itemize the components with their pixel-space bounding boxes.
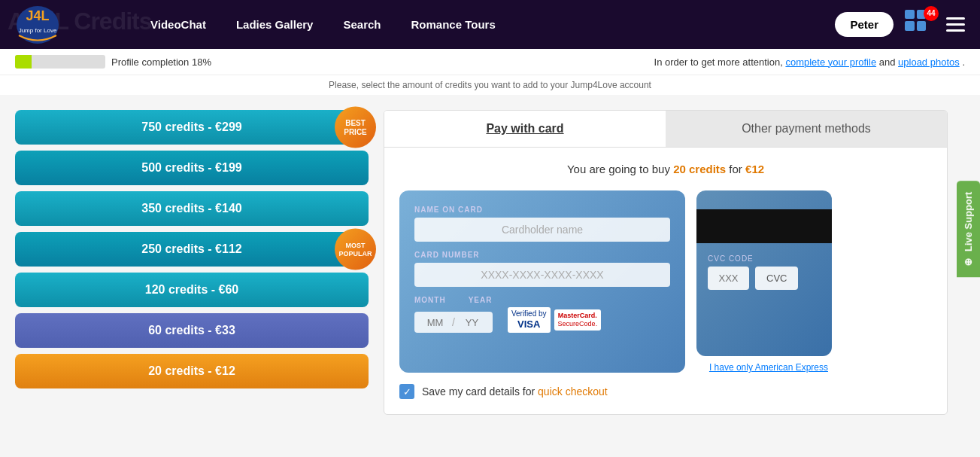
card-bottom-row: MONTH YEAR / Verified by [414,296,670,333]
purchase-for: for [729,163,742,175]
credits-list: 750 credits - €299 BESTPRICE 500 credits… [15,110,369,415]
card-form-area: NAME ON CARD CARD NUMBER MONTH YEAR [399,190,932,373]
purchase-prefix: You are going to buy [567,163,670,175]
progress-container: Profile completion 18% [15,55,211,69]
visa-verified-badge: Verified by VISA [508,307,551,333]
nav-romance-tours[interactable]: Romance Tours [411,18,496,31]
month-input[interactable] [422,317,448,328]
credit-item-5: 60 credits - €33 [15,313,369,348]
mc-text1: MasterCard. [558,312,598,320]
cvc-button: CVC [755,267,798,290]
main-nav: VideoChat Ladies Gallery Search Romance … [150,18,835,31]
card-back-area: CVC CODE CVC I have only American Expres… [696,190,832,373]
nav-search[interactable]: Search [343,18,381,31]
profile-message-text: In order to get more attention, [654,56,783,68]
credit-btn-20[interactable]: 20 credits - €12 [15,354,369,388]
cvc-label: CVC CODE [708,254,821,263]
cardholder-name-input[interactable] [414,218,670,242]
credit-item-6: 20 credits - €12 [15,354,369,388]
save-checkbox[interactable]: ✓ [399,384,414,399]
logo-area: A J4L Credits J4L Jump for Love [15,4,135,45]
svg-text:J4L: J4L [26,8,49,23]
credit-item-4: 120 credits - €60 [15,273,369,307]
credit-btn-500[interactable]: 500 credits - €199 [15,151,369,185]
mc-text2: SecureCode. [558,320,598,328]
profile-completion-text: Profile completion 18% [111,56,211,68]
grid-cell-1 [905,10,915,20]
grid-icon [905,10,926,31]
credit-btn-250[interactable]: 250 credits - €112 [15,232,369,267]
logo-icon: J4L Jump for Love [15,4,60,45]
hamburger-menu[interactable] [946,17,965,32]
hamburger-line-1 [946,17,965,20]
year-label: YEAR [469,296,493,304]
progress-bar-outer [15,55,105,69]
date-input-row: / [414,312,493,333]
hamburger-line-2 [946,23,965,26]
payment-panel: Pay with card Other payment methods You … [384,110,948,415]
subtitle-text: Please, select the amount of credits you… [329,80,651,90]
badge-most-popular: MOSTPOPULAR [335,229,376,270]
card-number-input[interactable] [414,263,670,287]
payment-body: You are going to buy 20 credits for €12 … [384,148,947,414]
header: A J4L Credits J4L Jump for Love VideoCha… [0,0,980,49]
visa-logos: Verified by VISA MasterCard. SecureCode. [508,307,601,333]
progress-bar-inner [15,55,32,69]
cvc-row: CVC [708,267,821,290]
save-label: Save my card details for quick checkout [422,385,608,398]
save-highlight: quick checkout [538,385,608,398]
visa-text: VISA [511,318,547,331]
card-back: CVC CODE CVC [696,190,832,356]
live-support-button[interactable]: ⊕ Live Support [957,180,980,276]
and-text: and [879,56,896,68]
cvc-input[interactable] [708,267,749,290]
verified-by-text: Verified by [511,309,547,318]
credit-btn-60[interactable]: 60 credits - €33 [15,313,369,348]
notification-area[interactable]: 44 [905,10,935,40]
period: . [962,56,965,68]
profile-bar: Profile completion 18% In order to get m… [0,49,980,75]
card-black-strip [696,209,832,243]
grid-cell-4 [917,21,927,31]
main-content: 750 credits - €299 BESTPRICE 500 credits… [0,95,963,430]
tab-other-payment[interactable]: Other payment methods [666,111,947,147]
date-slash: / [452,316,455,328]
profile-message: In order to get more attention, complete… [654,56,965,68]
year-input[interactable] [459,317,485,328]
month-label: MONTH [414,296,446,304]
header-right: Peter 44 [835,10,965,40]
upload-photos-link[interactable]: upload photos [898,56,960,68]
payment-tabs: Pay with card Other payment methods [384,111,947,148]
svg-text:Jump for Love: Jump for Love [19,27,57,34]
number-label: CARD NUMBER [414,251,670,259]
notification-badge: 44 [924,6,939,21]
credit-item-1: 500 credits - €199 [15,151,369,185]
nav-ladies-gallery[interactable]: Ladies Gallery [236,18,314,31]
complete-profile-link[interactable]: complete your profile [785,56,876,68]
purchase-price: €12 [745,163,764,175]
grid-cell-3 [905,21,915,31]
subtitle-bar: Please, select the amount of credits you… [0,75,980,95]
credit-item-2: 350 credits - €140 [15,191,369,226]
card-front: NAME ON CARD CARD NUMBER MONTH YEAR [399,190,685,373]
credit-item-3: 250 credits - €112 MOSTPOPULAR [15,232,369,267]
purchase-amount: 20 credits [673,163,726,175]
hamburger-line-3 [946,29,965,32]
credit-item-0: 750 credits - €299 BESTPRICE [15,110,369,145]
mastercard-badge: MasterCard. SecureCode. [554,309,602,331]
live-support-label: Live Support [963,191,974,251]
save-row: ✓ Save my card details for quick checkou… [399,384,932,399]
cvc-area: CVC CODE CVC [696,243,832,301]
badge-best-price: BESTPRICE [335,107,376,148]
tab-pay-with-card[interactable]: Pay with card [384,111,666,147]
credit-btn-120[interactable]: 120 credits - €60 [15,273,369,307]
amex-link[interactable]: I have only American Express [696,356,832,373]
credit-btn-350[interactable]: 350 credits - €140 [15,191,369,226]
date-group: MONTH YEAR / [414,296,493,333]
nav-videochat[interactable]: VideoChat [150,18,206,31]
purchase-info: You are going to buy 20 credits for €12 [399,163,932,175]
credit-btn-750[interactable]: 750 credits - €299 [15,110,369,145]
user-name: Peter [850,18,878,31]
name-label: NAME ON CARD [414,206,670,214]
user-button[interactable]: Peter [835,12,894,37]
